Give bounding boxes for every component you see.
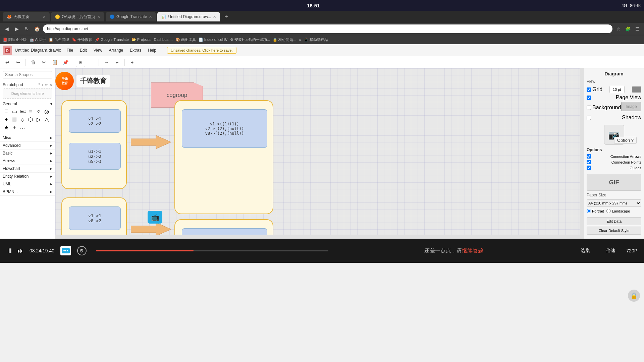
- tab-close-diagrams[interactable]: ✕: [213, 15, 216, 19]
- shape-diamond[interactable]: ◇: [19, 116, 26, 123]
- quality-button[interactable]: 720P: [626, 248, 637, 253]
- connection-points-checkbox[interactable]: [587, 160, 591, 164]
- shape-rect[interactable]: □: [3, 108, 10, 115]
- scratchpad-close[interactable]: ✕: [49, 83, 52, 87]
- tab-close-firefox[interactable]: ✕: [43, 15, 46, 19]
- shape-hexagon[interactable]: ⬡: [27, 116, 34, 123]
- box-u1u2u5[interactable]: u1->1 u2->2 u5->3: [69, 143, 121, 170]
- shape-ellipse2[interactable]: ◎: [43, 108, 50, 115]
- shadow-checkbox[interactable]: [587, 116, 591, 120]
- back-button[interactable]: ◀: [3, 25, 11, 33]
- connection-arrows-checkbox[interactable]: [587, 154, 591, 159]
- canvas-area[interactable]: cogroup v1->1 v2->2 u1->1 u2->2 u5->3: [55, 68, 584, 239]
- copy-button[interactable]: 📋: [50, 58, 59, 67]
- category-basic[interactable]: Basic ▸: [0, 149, 55, 157]
- background-checkbox[interactable]: [587, 106, 591, 110]
- danmu-button[interactable]: [60, 245, 72, 257]
- forward-button[interactable]: ▶: [13, 25, 21, 33]
- tab-diagrams[interactable]: 📊 Untitled Diagram.draw... ✕: [157, 12, 220, 21]
- bookmark-1[interactable]: 📕 阿里企业版: [3, 37, 27, 42]
- box-v1v8[interactable]: v1->1 v8->2: [69, 206, 121, 230]
- tab-close-translate[interactable]: ✕: [149, 15, 152, 19]
- connection-mode[interactable]: →: [102, 58, 111, 67]
- diagram-canvas[interactable]: cogroup v1->1 v2->2 u1->1 u2->2 u5->3: [55, 68, 584, 239]
- shape-ellipse[interactable]: ○: [35, 108, 42, 115]
- tab-translate[interactable]: 🔵 Google Translate ✕: [106, 12, 156, 21]
- shape-star[interactable]: ★: [3, 124, 10, 131]
- reload-button[interactable]: ↻: [23, 25, 31, 33]
- scratchpad-help[interactable]: ?: [38, 83, 40, 87]
- bookmark-3[interactable]: 📋 后台管理: [49, 37, 69, 42]
- menu-icon[interactable]: ☰: [633, 25, 641, 33]
- left-group-top[interactable]: v1->1 v2->2 u1->1 u2->2 u5->3: [61, 100, 127, 189]
- bookmark-5[interactable]: 📌 Google Translate: [95, 38, 129, 42]
- grid-size-input[interactable]: [609, 86, 625, 93]
- bookmark-6[interactable]: 📂 Projects - Dashboar...: [131, 38, 173, 42]
- right-group-top[interactable]: v1->((1)(1)) v2->((2),(null)) v8->((2),(…: [174, 100, 273, 214]
- menu-view[interactable]: View: [91, 47, 105, 54]
- search-shapes-input[interactable]: [5, 72, 55, 77]
- left-group-bottom[interactable]: v1->1 v8->2 u1->1 u5->2: [61, 197, 127, 239]
- undo-button[interactable]: ↩: [3, 58, 12, 67]
- background-image-button[interactable]: Image: [621, 102, 641, 111]
- bookmark-mobile[interactable]: 📱 移动端产品: [304, 37, 328, 42]
- scratchpad-edit[interactable]: ✏: [45, 83, 48, 87]
- waypoint-mode[interactable]: ⌐: [112, 58, 122, 67]
- bookmark-4[interactable]: 🔖 千锋教育: [72, 37, 92, 42]
- bookmark-8[interactable]: 📄 Index of cdh5/: [199, 38, 227, 42]
- bookmark-10[interactable]: 🔒 核心问题...: [273, 37, 296, 42]
- shape-arrow-r[interactable]: ▷: [35, 116, 42, 123]
- edit-data-button[interactable]: Edit Data: [587, 217, 641, 225]
- category-general[interactable]: General ▾ □ ▭ Text ≡ ○ ◎ ● ⬜ ◇ ⬡ ▷ △ ★ +…: [0, 100, 55, 134]
- option-question-label[interactable]: Option ?: [614, 137, 637, 144]
- select-episodes-button[interactable]: 选集: [575, 246, 595, 256]
- scratchpad-add[interactable]: +: [42, 83, 44, 87]
- insert-button[interactable]: +: [127, 58, 137, 67]
- canvas-scrollbar-horizontal[interactable]: [55, 235, 580, 239]
- shape-cross[interactable]: +: [11, 124, 18, 131]
- category-entity[interactable]: Entity Relation ▸: [0, 173, 55, 180]
- category-advanced[interactable]: Advanced ▸: [0, 142, 55, 149]
- shape-circle[interactable]: ●: [3, 116, 10, 123]
- bookmark-icon[interactable]: ☆: [614, 25, 623, 33]
- paste-button[interactable]: 📌: [61, 58, 70, 67]
- url-input[interactable]: http://app.diagrams.net: [43, 24, 612, 33]
- category-misc[interactable]: Misc ▸: [0, 134, 55, 142]
- gif-button[interactable]: GIF: [587, 174, 641, 191]
- speed-button[interactable]: 倍速: [601, 246, 621, 256]
- shape-more[interactable]: …: [19, 124, 26, 131]
- tab-add-button[interactable]: +: [221, 12, 231, 21]
- unsaved-banner[interactable]: Unsaved changes. Click here to save.: [167, 47, 236, 54]
- extensions-icon[interactable]: 🧩: [624, 25, 632, 33]
- grid-color-swatch[interactable]: [632, 86, 641, 93]
- bookmark-7[interactable]: 🎨 画图工具: [175, 37, 196, 42]
- category-flowchart[interactable]: Flowchart ▸: [0, 165, 55, 173]
- menu-arrange[interactable]: Arrange: [106, 47, 126, 54]
- bookmark-more[interactable]: »: [299, 38, 301, 42]
- grid-checkbox[interactable]: [587, 87, 591, 92]
- portrait-label[interactable]: Portrait: [587, 209, 604, 213]
- landscape-label[interactable]: Landscape: [606, 209, 630, 213]
- clear-default-style-button[interactable]: Clear Default Style: [587, 227, 641, 235]
- settings-button[interactable]: ⚙: [77, 246, 87, 255]
- bookmark-2[interactable]: 🤖 AI助手: [30, 37, 46, 42]
- portrait-radio[interactable]: [587, 209, 591, 213]
- tab-oa[interactable]: 🟡 OA系统 - 后台首页 ✕: [51, 12, 104, 21]
- menu-edit[interactable]: Edit: [77, 47, 90, 54]
- menu-file[interactable]: File: [64, 47, 76, 54]
- box-v1v2v8-result[interactable]: v1->((1)(1)) v2->((2),(null)) v8->((2),(…: [182, 109, 267, 148]
- tab-firefox[interactable]: 🦊 火狐主页 ✕: [3, 12, 50, 21]
- canvas-scrollbar-vertical[interactable]: [580, 68, 584, 239]
- menu-help[interactable]: Help: [145, 47, 159, 54]
- shape-rounded-rect[interactable]: ⬜: [11, 116, 18, 123]
- line-color-button[interactable]: —: [87, 58, 96, 67]
- color-button[interactable]: ▣: [76, 58, 85, 67]
- pause-button[interactable]: ⏸: [7, 247, 13, 255]
- page-view-checkbox[interactable]: [587, 96, 591, 100]
- guides-checkbox[interactable]: [587, 166, 591, 170]
- shape-lines[interactable]: ≡: [27, 108, 34, 115]
- shape-text[interactable]: Text: [19, 108, 26, 115]
- landscape-radio[interactable]: [606, 209, 611, 213]
- menu-extras[interactable]: Extras: [127, 47, 144, 54]
- paper-size-select[interactable]: A4 (210 mm x 297 mm): [587, 199, 641, 207]
